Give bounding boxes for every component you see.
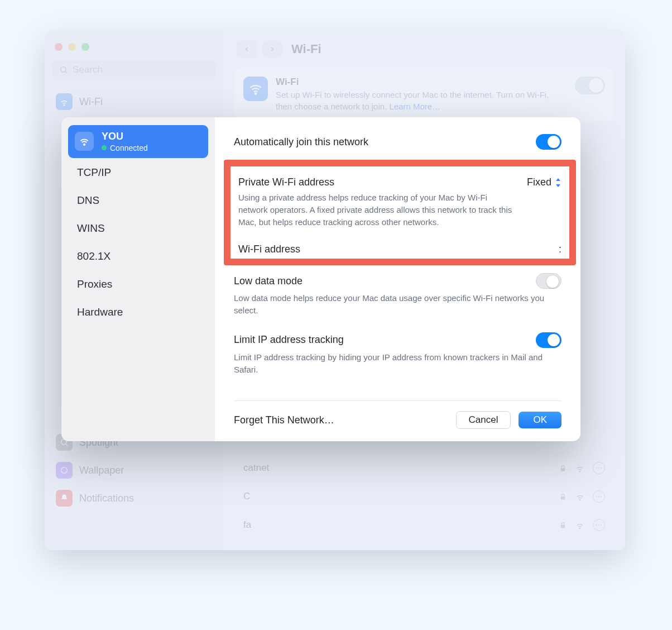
svg-point-12	[579, 528, 580, 529]
svg-line-4	[66, 444, 68, 446]
sheet-content: Automatically join this network Private …	[215, 117, 580, 441]
lock-icon	[559, 493, 567, 501]
more-options-icon[interactable]: ⋯	[593, 519, 605, 531]
sheet-tab-proxies[interactable]: Proxies	[68, 271, 208, 298]
svg-point-0	[61, 67, 66, 72]
status-dot-icon	[102, 145, 107, 150]
network-name: C	[243, 491, 250, 502]
sheet-tab-dns[interactable]: DNS	[68, 187, 208, 214]
highlighted-section: Private Wi-Fi address Fixed Using a priv…	[224, 160, 576, 265]
sheet-tab-8021x[interactable]: 802.1X	[68, 243, 208, 270]
wallpaper-icon	[56, 462, 73, 479]
wifi-summary-card: Wi-Fi Set up Wi-Fi to wirelessly connect…	[234, 68, 614, 121]
network-name: YOU	[102, 131, 148, 142]
lock-icon	[559, 521, 567, 529]
minimize-window-icon[interactable]	[68, 43, 76, 51]
up-down-chevron-icon	[555, 178, 561, 187]
window-controls[interactable]	[45, 37, 223, 60]
search-placeholder: Search	[73, 64, 103, 75]
svg-point-10	[579, 499, 580, 500]
network-settings-sheet: YOU Connected TCP/IP DNS WINS 802.1X Pro…	[61, 117, 580, 441]
search-input[interactable]: Search	[52, 60, 215, 80]
learn-more-link[interactable]: Learn More…	[389, 102, 440, 111]
svg-line-1	[65, 71, 67, 73]
network-status: Connected	[102, 144, 148, 152]
wifi-card-title: Wi-Fi	[276, 77, 567, 88]
wifi-address-label: Wi-Fi address	[238, 244, 300, 255]
sheet-footer: Forget This Network… Cancel OK	[234, 400, 561, 429]
wifi-address-value: :	[559, 244, 561, 255]
sheet-sidebar: YOU Connected TCP/IP DNS WINS 802.1X Pro…	[61, 117, 215, 441]
limit-ip-label: Limit IP address tracking	[234, 334, 344, 346]
sidebar-item-notifications[interactable]: Notifications	[50, 484, 218, 512]
sidebar-label: Notifications	[79, 493, 134, 504]
svg-point-2	[64, 104, 65, 106]
sidebar-item-wifi[interactable]: Wi-Fi	[50, 88, 218, 116]
more-options-icon[interactable]: ⋯	[593, 490, 605, 503]
private-address-description: Using a private address helps reduce tra…	[238, 192, 517, 228]
wifi-icon	[56, 93, 73, 110]
limit-ip-description: Limit IP address tracking by hiding your…	[234, 351, 546, 376]
close-window-icon[interactable]	[55, 43, 63, 51]
search-icon	[59, 65, 68, 74]
low-data-mode-toggle[interactable]	[536, 273, 561, 289]
svg-rect-7	[561, 467, 565, 471]
chevron-right-icon	[269, 46, 276, 52]
forget-network-button[interactable]: Forget This Network…	[234, 414, 334, 426]
sidebar-label: Wi-Fi	[79, 96, 103, 108]
sidebar-label: Wallpaper	[79, 465, 124, 476]
wifi-card-description: Set up Wi-Fi to wirelessly connect your …	[276, 89, 567, 112]
wifi-signal-icon	[575, 463, 585, 473]
network-row[interactable]: C ⋯	[237, 482, 612, 510]
wifi-signal-icon	[575, 491, 585, 502]
svg-point-13	[84, 144, 85, 145]
lock-icon	[559, 464, 567, 472]
svg-rect-11	[561, 524, 565, 528]
network-row[interactable]: fa ⋯	[237, 510, 612, 539]
sidebar-item-wallpaper[interactable]: Wallpaper	[50, 456, 218, 484]
bell-icon	[56, 490, 73, 507]
private-address-select[interactable]: Fixed	[527, 176, 561, 188]
svg-point-5	[61, 467, 68, 474]
ok-button[interactable]: OK	[519, 412, 561, 428]
wifi-master-toggle[interactable]	[575, 77, 605, 94]
wifi-icon	[243, 77, 268, 101]
low-data-mode-label: Low data mode	[234, 275, 303, 287]
zoom-window-icon[interactable]	[81, 43, 89, 51]
svg-point-6	[255, 93, 257, 94]
network-row[interactable]: catnet ⋯	[237, 454, 612, 482]
wifi-icon	[75, 132, 94, 151]
nav-forward-button[interactable]	[262, 41, 282, 58]
limit-ip-toggle[interactable]	[536, 332, 561, 348]
sheet-tab-wins[interactable]: WINS	[68, 215, 208, 242]
svg-point-8	[579, 471, 580, 472]
more-options-icon[interactable]: ⋯	[593, 462, 605, 474]
wifi-signal-icon	[575, 520, 585, 530]
sheet-tab-hardware[interactable]: Hardware	[68, 299, 208, 326]
svg-rect-9	[561, 496, 565, 499]
private-address-label: Private Wi-Fi address	[238, 176, 334, 188]
network-name: catnet	[243, 462, 269, 474]
sheet-tab-tcpip[interactable]: TCP/IP	[68, 159, 208, 186]
sheet-tab-network[interactable]: YOU Connected	[68, 125, 208, 158]
low-data-mode-description: Low data mode helps reduce your Mac data…	[234, 292, 546, 317]
chevron-left-icon	[243, 46, 250, 52]
cancel-button[interactable]: Cancel	[456, 411, 511, 429]
other-networks-list: catnet ⋯ C ⋯ fa	[223, 454, 625, 550]
page-title: Wi-Fi	[291, 42, 321, 56]
auto-join-toggle[interactable]	[536, 134, 561, 150]
nav-back-button[interactable]	[237, 41, 257, 58]
network-name: fa	[243, 519, 251, 531]
auto-join-label: Automatically join this network	[234, 136, 368, 148]
